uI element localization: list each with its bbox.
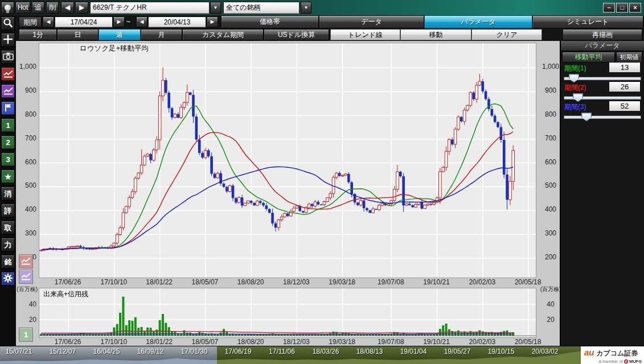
x-axis-label: 19/07/08 xyxy=(371,278,411,286)
nav-date-label: 20/03/02 xyxy=(523,348,567,355)
chart-icon xyxy=(3,86,13,97)
x-axis-label: 19/03/18 xyxy=(322,278,362,286)
camera-tool[interactable] xyxy=(1,50,15,64)
reset-defaults-button[interactable]: 初期値 xyxy=(616,52,642,63)
erase-button[interactable]: 消 xyxy=(1,187,15,201)
volume-preset-1-button[interactable]: 1 xyxy=(19,328,33,342)
move-button[interactable]: 移動 xyxy=(400,29,471,40)
interval-1min-button[interactable]: 1分 xyxy=(19,29,57,40)
close-button[interactable]: × xyxy=(629,3,641,13)
mufg-text: MUFG xyxy=(629,359,642,364)
preset-2-button[interactable]: 2 xyxy=(1,135,15,150)
param-slider-1[interactable] xyxy=(564,77,641,80)
maximize-button[interactable]: □ xyxy=(616,3,628,13)
chart-style-lavender-button[interactable] xyxy=(19,270,33,284)
ticker-dropdown-button[interactable]: ▼ xyxy=(210,2,221,14)
tab-price-band[interactable]: 価格帯 xyxy=(221,15,319,28)
favorite-button[interactable]: ★ xyxy=(1,169,15,184)
stock-filter-input[interactable] xyxy=(223,2,300,14)
camera-icon xyxy=(3,52,14,62)
nav-date-label: 18/03/26 xyxy=(304,348,347,355)
hint-bulb-button[interactable] xyxy=(1,2,14,14)
param-slider-thumb-2[interactable] xyxy=(573,93,583,102)
volume-title: 出来高+信用残 xyxy=(43,289,88,299)
date-from-next-button[interactable]: ▶ xyxy=(113,16,125,27)
main-chart-plot[interactable] xyxy=(39,43,536,278)
param-value-3[interactable]: 52 xyxy=(609,101,641,111)
toolbar-row-period: 期間 ◀ 17/04/24 ▶ ~ ◀ 20/04/13 ▶ 価格帯データパラメ… xyxy=(16,15,644,28)
minimize-button[interactable]: – xyxy=(603,3,615,13)
plus-icon xyxy=(3,34,13,46)
interval-custom-button[interactable]: カスタム期間 xyxy=(182,29,264,40)
date-from-prev-button[interactable]: ◀ xyxy=(43,16,54,27)
param-value-2[interactable]: 26 xyxy=(609,81,641,92)
x-axis-label: 18/08/20 xyxy=(231,278,270,286)
tab-moving-average[interactable]: 移動平均 xyxy=(562,52,615,63)
broker-logo: au カブコム証券 A member of MUFG xyxy=(581,346,644,364)
trendline-button[interactable]: トレンド線 xyxy=(330,29,400,40)
volume-plot[interactable] xyxy=(39,288,536,338)
interval-week-button[interactable]: 週 xyxy=(99,29,141,40)
y-axis-label: 500 xyxy=(16,181,36,189)
redraw-button[interactable]: 再描画 xyxy=(563,29,642,40)
volume-chart-canvas[interactable] xyxy=(39,288,536,337)
date-from-field[interactable]: 17/04/24 xyxy=(55,16,113,27)
settings-button[interactable] xyxy=(1,272,15,286)
param-slider-thumb-1[interactable] xyxy=(569,74,579,82)
next-symbol-button[interactable]: ▶ xyxy=(75,2,88,14)
clear-button[interactable]: クリア xyxy=(471,29,542,40)
ticker-input[interactable] xyxy=(90,2,210,14)
x-axis-label: 18/12/03 xyxy=(276,278,316,286)
date-to-next-button[interactable]: ▶ xyxy=(207,16,218,27)
date-to-field[interactable]: 20/04/13 xyxy=(148,16,206,27)
param-slider-thumb-3[interactable] xyxy=(581,113,592,121)
crosshair-tool[interactable] xyxy=(1,33,15,47)
nav-date-label: 16/04/25 xyxy=(85,348,128,355)
detail-button[interactable]: 詳 xyxy=(1,204,15,218)
param-value-1[interactable]: 13 xyxy=(609,62,641,73)
add-symbol-button[interactable]: 追 xyxy=(32,2,44,14)
param-label-1: 期間(1) xyxy=(564,64,586,73)
nav-date-label: 19/10/15 xyxy=(479,348,523,355)
magnifier-icon xyxy=(3,18,13,30)
flag-tool[interactable] xyxy=(1,101,15,115)
volume-x-axis-label: 18/08/20 xyxy=(231,338,270,346)
chart-red-tool[interactable] xyxy=(1,67,15,81)
zoom-tool[interactable] xyxy=(1,16,15,31)
hot-button[interactable]: Hot xyxy=(15,2,30,14)
date-to-prev-button[interactable]: ◀ xyxy=(136,16,147,27)
preset-3-button[interactable]: 3 xyxy=(1,152,15,167)
chart-icon xyxy=(3,69,13,80)
main-chart-canvas[interactable] xyxy=(39,43,536,278)
tab-parameters[interactable]: パラメータ xyxy=(424,15,532,28)
interval-usd-button[interactable]: USドル換算 xyxy=(264,29,329,40)
param-slider-2[interactable] xyxy=(564,96,641,100)
range-navigator[interactable]: 15/07/2115/12/0716/04/2516/09/1217/01/30… xyxy=(0,346,644,364)
chart-purple-tool[interactable] xyxy=(1,84,15,98)
tab-data[interactable]: データ xyxy=(319,15,424,28)
chart-icon xyxy=(21,257,31,267)
y-axis-label: 1,000 xyxy=(16,63,36,71)
interval-day-button[interactable]: 日 xyxy=(57,29,99,40)
power-button[interactable]: 力 xyxy=(1,238,15,252)
au-logo: au xyxy=(584,348,594,357)
volume-x-axis-label: 18/01/22 xyxy=(140,338,179,346)
nav-date-label: 17/01/30 xyxy=(173,348,216,355)
prev-symbol-button[interactable]: ◀ xyxy=(61,2,74,14)
y-axis-label: 300 xyxy=(16,229,36,237)
volume-y-label: 40 xyxy=(16,300,36,308)
stock-button[interactable]: 銘 xyxy=(1,255,15,269)
x-axis-label: 18/01/22 xyxy=(140,278,179,286)
trade-button[interactable]: 取 xyxy=(1,221,15,235)
volume-x-axis-label: 19/07/08 xyxy=(371,338,411,346)
filter-dropdown-button[interactable]: ▼ xyxy=(301,2,311,14)
volume-x-axis-label: 18/12/03 xyxy=(276,338,316,346)
interval-month-button[interactable]: 月 xyxy=(141,29,182,40)
tab-simulate[interactable]: シミュレート xyxy=(532,15,643,28)
bulb-icon xyxy=(5,5,11,11)
remove-symbol-button[interactable]: 削 xyxy=(46,2,59,14)
preset-1-button[interactable]: 1 xyxy=(1,118,15,133)
chart-style-pink-button[interactable] xyxy=(19,254,33,268)
x-axis-label: 20/02/03 xyxy=(462,278,502,286)
param-slider-3[interactable] xyxy=(564,115,641,119)
